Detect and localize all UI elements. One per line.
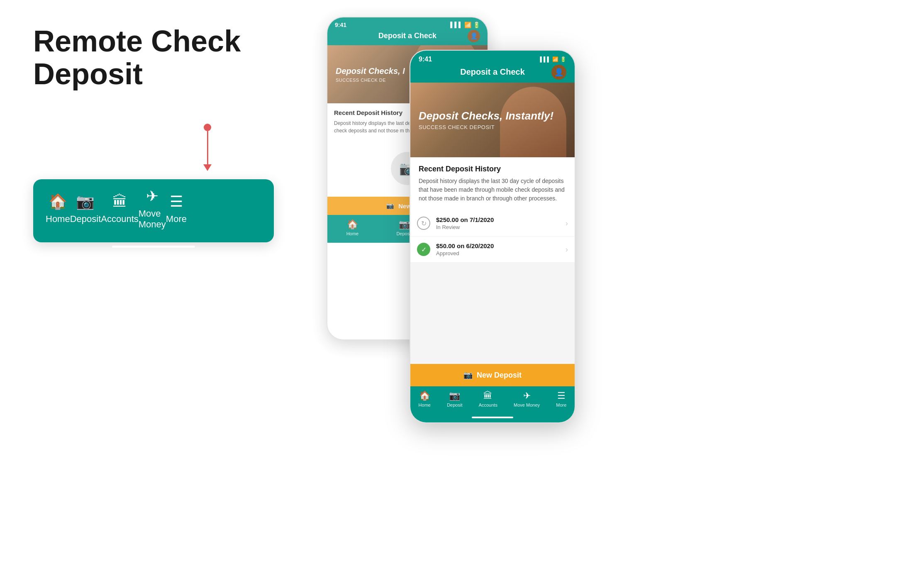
nav-label-more: More: [166, 214, 187, 224]
front-status-time: 9:41: [419, 56, 432, 63]
nav-label-deposit: Deposit: [70, 214, 101, 224]
front-nav-move-money-label: Move Money: [514, 402, 540, 407]
left-section: Remote Check Deposit 🏠 Home 📷 Deposit 🏛 …: [33, 25, 307, 248]
front-hero-text: Deposit Checks, Instantly! SUCCESS CHECK…: [419, 110, 566, 130]
deposit-item-1[interactable]: ↻ $250.00 on 7/1/2020 In Review ›: [410, 210, 575, 237]
front-nav-move-money-icon: ✈: [523, 390, 531, 401]
nav-item-more[interactable]: ☰ More: [166, 193, 187, 224]
front-nav-accounts-icon: 🏛: [483, 390, 492, 401]
nav-item-home[interactable]: 🏠 Home: [46, 193, 70, 224]
front-phone-status-bar: 9:41 ▌▌▌ 📶 🔋: [410, 51, 575, 63]
front-hero-banner: Deposit Checks, Instantly! SUCCESS CHECK…: [410, 83, 575, 157]
approved-icon: ✓: [417, 243, 430, 256]
back-camera-btn-icon: 📷: [386, 202, 394, 210]
front-hero-title: Deposit Checks, Instantly!: [419, 110, 566, 122]
front-nav-more-icon: ☰: [557, 390, 566, 401]
front-nav-deposit-label: Deposit: [447, 402, 462, 407]
back-nav-home-label: Home: [346, 231, 358, 236]
front-new-deposit-button[interactable]: 📷 New Deposit: [410, 364, 575, 386]
review-icon: ↻: [417, 217, 430, 230]
front-nav-home-icon: 🏠: [419, 390, 430, 401]
arrow-head: [203, 164, 212, 171]
back-header-title: Deposit a Check: [378, 32, 436, 40]
front-header-title: Deposit a Check: [460, 67, 525, 77]
nav-item-deposit[interactable]: 📷 Deposit: [70, 193, 101, 224]
back-avatar: 👤: [468, 30, 480, 42]
menu-icon: ☰: [170, 193, 183, 210]
home-indicator: [112, 246, 195, 248]
front-avatar: 👤: [551, 65, 566, 80]
front-nav-accounts-label: Accounts: [479, 402, 497, 407]
deposit-item-2-info: $50.00 on 6/20/2020 Approved: [436, 242, 566, 256]
front-nav-home[interactable]: 🏠 Home: [419, 390, 431, 407]
front-status-icons: ▌▌▌ 📶 🔋: [540, 56, 566, 62]
back-nav-deposit-icon: 📷: [399, 219, 410, 230]
arrow-dot: [204, 124, 211, 131]
back-nav-home[interactable]: 🏠 Home: [346, 219, 358, 236]
phone-front: 9:41 ▌▌▌ 📶 🔋 Deposit a Check 👤 Deposit C…: [410, 50, 575, 423]
front-nav-deposit-icon: 📷: [449, 390, 460, 401]
back-phone-header: Deposit a Check 👤: [327, 28, 488, 45]
camera-icon: 📷: [76, 193, 95, 210]
deposit-amount-2: $50.00 on 6/20/2020: [436, 242, 566, 249]
front-deposit-history: Recent Deposit History Deposit history d…: [410, 157, 575, 210]
nav-label-move-money: Move Money: [139, 208, 166, 230]
chevron-right-icon-2: ›: [566, 245, 568, 254]
front-nav-accounts[interactable]: 🏛 Accounts: [479, 390, 497, 407]
deposit-status-1: In Review: [436, 224, 566, 230]
nav-item-accounts[interactable]: 🏛 Accounts: [101, 193, 139, 224]
nav-item-move-money[interactable]: ✈ Move Money: [139, 188, 166, 230]
arrow-indicator: [108, 124, 307, 171]
front-nav-more-label: More: [556, 402, 566, 407]
bank-icon: 🏛: [112, 193, 127, 210]
deposit-status-2: Approved: [436, 250, 566, 256]
deposit-item-2[interactable]: ✓ $50.00 on 6/20/2020 Approved ›: [410, 237, 575, 263]
front-nav-home-label: Home: [419, 402, 431, 407]
front-nav-more[interactable]: ☰ More: [556, 390, 566, 407]
chevron-right-icon-1: ›: [566, 219, 568, 228]
nav-label-home: Home: [46, 214, 70, 224]
phones-container: 9:41 ▌▌▌ 📶 🔋 Deposit a Check 👤 Deposit C…: [327, 8, 899, 581]
front-phone-header: Deposit a Check 👤: [410, 63, 575, 83]
deposit-amount-1: $250.00 on 7/1/2020: [436, 216, 566, 223]
front-nav-deposit[interactable]: 📷 Deposit: [447, 390, 462, 407]
front-bottom-nav: 🏠 Home 📷 Deposit 🏛 Accounts ✈ Move Money…: [410, 386, 575, 414]
front-hero-subtitle: SUCCESS CHECK DEPOSIT: [419, 124, 566, 130]
front-history-title: Recent Deposit History: [419, 165, 566, 173]
back-status-time: 9:41: [335, 22, 346, 28]
front-home-indicator: [472, 417, 513, 418]
front-history-desc: Deposit history displays the last 30 day…: [419, 177, 566, 203]
nav-label-accounts: Accounts: [101, 214, 139, 224]
spacer: [410, 263, 575, 364]
front-new-deposit-label: New Deposit: [477, 371, 522, 380]
send-icon: ✈: [146, 188, 158, 205]
arrow-line: [207, 131, 208, 164]
back-phone-status-bar: 9:41 ▌▌▌ 📶 🔋: [327, 17, 488, 28]
nav-bar-demo: 🏠 Home 📷 Deposit 🏛 Accounts ✈ Move Money…: [33, 179, 274, 242]
deposit-item-1-info: $250.00 on 7/1/2020 In Review: [436, 216, 566, 230]
front-camera-btn-icon: 📷: [463, 371, 473, 380]
back-status-icons: ▌▌▌ 📶 🔋: [450, 22, 480, 28]
back-nav-home-icon: 🏠: [347, 219, 358, 230]
front-nav-move-money[interactable]: ✈ Move Money: [514, 390, 540, 407]
home-icon: 🏠: [49, 193, 67, 210]
page-title: Remote Check Deposit: [33, 25, 307, 90]
